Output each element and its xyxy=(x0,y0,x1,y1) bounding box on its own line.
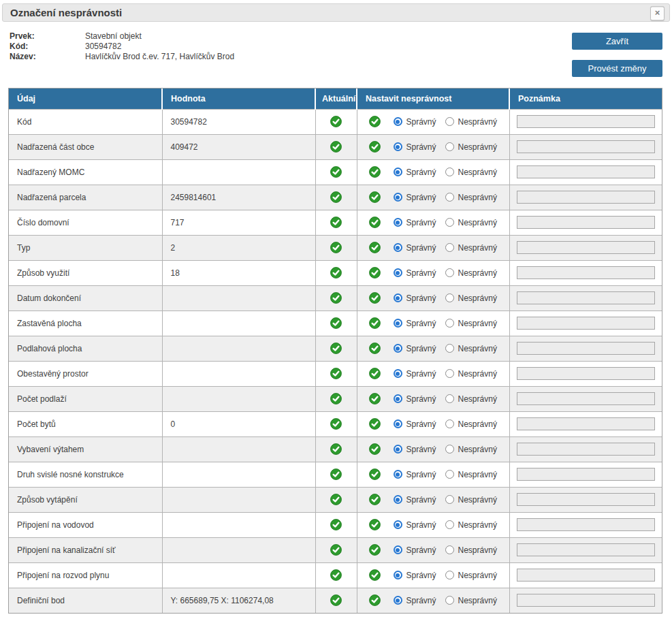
note-input[interactable] xyxy=(517,594,656,607)
table-row: Způsob využití 18 Správný xyxy=(9,260,662,285)
radio-correct[interactable] xyxy=(394,243,402,252)
radio-incorrect[interactable] xyxy=(445,596,454,605)
radio-correct[interactable] xyxy=(394,293,402,302)
status-ok-icon xyxy=(330,468,342,480)
radio-correct[interactable] xyxy=(394,168,402,176)
note-input[interactable] xyxy=(517,443,656,456)
radio-correct[interactable] xyxy=(394,319,402,328)
radio-incorrect[interactable] xyxy=(445,369,454,378)
radio-label-incorrect: Nesprávný xyxy=(458,495,497,505)
radio-incorrect[interactable] xyxy=(445,117,454,126)
note-input[interactable] xyxy=(517,392,656,405)
close-icon[interactable]: × xyxy=(650,6,665,20)
table-row: Podlahová plocha Správný xyxy=(9,336,662,361)
radio-correct[interactable] xyxy=(394,495,402,504)
radio-incorrect[interactable] xyxy=(445,445,454,454)
radio-incorrect[interactable] xyxy=(445,394,454,403)
note-input[interactable] xyxy=(517,342,656,355)
close-button[interactable]: Zavřít xyxy=(572,33,662,50)
radio-label-correct: Správný xyxy=(406,394,436,404)
radio-label-incorrect: Nesprávný xyxy=(458,545,497,555)
radio-correct[interactable] xyxy=(394,419,402,428)
note-input[interactable] xyxy=(517,191,656,204)
row-note-cell xyxy=(509,109,662,134)
info-value: 30594782 xyxy=(85,42,121,52)
radio-incorrect[interactable] xyxy=(445,218,454,227)
radio-correct[interactable] xyxy=(394,268,402,277)
note-input[interactable] xyxy=(517,241,656,254)
radio-correct[interactable] xyxy=(394,470,402,479)
row-set-cell: Správný Nesprávný xyxy=(357,336,509,361)
apply-changes-button[interactable]: Provést změny xyxy=(572,60,662,77)
radio-correct[interactable] xyxy=(394,193,402,202)
radio-incorrect[interactable] xyxy=(445,545,454,554)
radio-incorrect[interactable] xyxy=(445,470,454,479)
row-set-cell: Správný Nesprávný xyxy=(357,159,509,185)
status-ok-icon xyxy=(330,317,342,329)
row-current-cell xyxy=(315,311,357,336)
row-value xyxy=(162,361,315,386)
status-ok-icon xyxy=(369,267,381,279)
radio-correct[interactable] xyxy=(394,394,402,403)
row-set-cell: Správný Nesprávný xyxy=(357,285,509,311)
radio-correct[interactable] xyxy=(394,445,402,454)
note-input[interactable] xyxy=(517,115,656,128)
radio-label-correct: Správný xyxy=(406,268,436,278)
radio-correct[interactable] xyxy=(394,142,402,151)
radio-incorrect[interactable] xyxy=(445,419,454,428)
radio-correct[interactable] xyxy=(394,545,402,554)
row-current-cell xyxy=(315,386,357,411)
radio-incorrect[interactable] xyxy=(445,268,454,277)
table-row: Obestavěný prostor Správný xyxy=(9,361,662,386)
status-ok-icon xyxy=(369,317,381,329)
row-label: Počet bytů xyxy=(9,411,162,436)
status-ok-icon xyxy=(330,217,342,228)
radio-label-incorrect: Nesprávný xyxy=(458,470,497,479)
radio-label-correct: Správný xyxy=(406,293,436,303)
radio-correct[interactable] xyxy=(394,596,402,605)
radio-incorrect[interactable] xyxy=(445,168,454,176)
table-header-row: Údaj Hodnota Aktuální Nastavit nesprávno… xyxy=(9,89,662,109)
status-ok-icon xyxy=(369,519,381,530)
row-label: Způsob vytápění xyxy=(9,487,162,512)
status-ok-icon xyxy=(369,569,381,581)
radio-correct[interactable] xyxy=(394,520,402,529)
radio-incorrect[interactable] xyxy=(445,142,454,151)
radio-incorrect[interactable] xyxy=(445,495,454,504)
radio-incorrect[interactable] xyxy=(445,319,454,328)
radio-incorrect[interactable] xyxy=(445,344,454,353)
note-input[interactable] xyxy=(517,569,656,582)
radio-correct[interactable] xyxy=(394,369,402,378)
row-value: 30594782 xyxy=(162,109,315,134)
radio-incorrect[interactable] xyxy=(445,293,454,302)
radio-correct[interactable] xyxy=(394,117,402,126)
row-note-cell xyxy=(509,411,662,436)
radio-incorrect[interactable] xyxy=(445,571,454,579)
radio-incorrect[interactable] xyxy=(445,243,454,252)
note-input[interactable] xyxy=(517,291,656,304)
note-input[interactable] xyxy=(517,165,656,178)
radio-correct[interactable] xyxy=(394,571,402,579)
row-set-cell: Správný Nesprávný xyxy=(357,588,509,613)
note-input[interactable] xyxy=(517,417,656,430)
note-input[interactable] xyxy=(517,216,656,229)
radio-incorrect[interactable] xyxy=(445,520,454,529)
note-input[interactable] xyxy=(517,468,656,481)
status-ok-icon xyxy=(369,242,381,253)
radio-incorrect[interactable] xyxy=(445,193,454,202)
note-input[interactable] xyxy=(517,367,656,380)
radio-correct[interactable] xyxy=(394,344,402,353)
note-input[interactable] xyxy=(517,140,656,153)
info-label: Název: xyxy=(10,52,85,62)
note-input[interactable] xyxy=(517,317,656,330)
row-set-cell: Správný Nesprávný xyxy=(357,134,509,159)
note-input[interactable] xyxy=(517,493,656,506)
row-current-cell xyxy=(315,109,357,134)
radio-correct[interactable] xyxy=(394,218,402,227)
row-set-cell: Správný Nesprávný xyxy=(357,361,509,386)
note-input[interactable] xyxy=(517,266,656,279)
table-row: Počet bytů 0 Správný xyxy=(9,411,662,436)
note-input[interactable] xyxy=(517,543,656,556)
row-current-cell xyxy=(315,260,357,285)
note-input[interactable] xyxy=(517,518,656,531)
